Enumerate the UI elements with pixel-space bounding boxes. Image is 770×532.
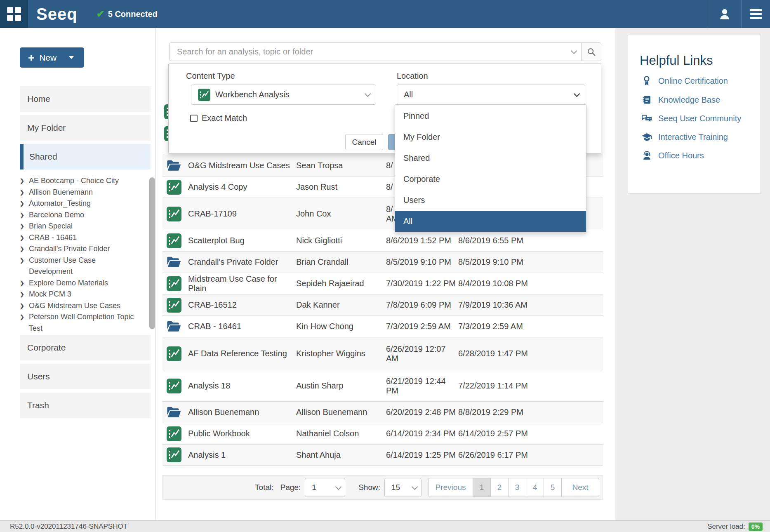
tree-item[interactable]: ❯Peterson Well Completion Topic Test — [20, 311, 148, 334]
show-select[interactable]: 15 — [384, 478, 421, 497]
tree-item[interactable]: ❯CRAB - 16461 — [20, 232, 148, 244]
page-button-5[interactable]: 5 — [544, 478, 562, 497]
sidebar-scrollbar[interactable] — [149, 177, 155, 329]
helpful-link-interactive-training[interactable]: Interactive Training — [640, 132, 761, 142]
item-created-date: 8/6/2019 1:52 PM — [386, 236, 458, 245]
sidebar-item-trash[interactable]: Trash — [20, 393, 151, 418]
chevron-down-icon — [365, 91, 371, 97]
table-row[interactable]: AF Data Reference TestingKristopher Wigg… — [162, 337, 603, 370]
search-input[interactable] — [170, 47, 565, 56]
cancel-button[interactable]: Cancel — [345, 134, 383, 150]
table-row[interactable]: CRAB - 16461Kin How Chong7/3/2019 2:59 A… — [162, 315, 603, 337]
location-option-users[interactable]: Users — [395, 190, 586, 211]
folder-icon — [162, 160, 188, 172]
previous-page-button[interactable]: Previous — [428, 478, 473, 497]
table-row[interactable]: Midstream Use Case for PlainSepideh Raja… — [162, 273, 603, 294]
table-row[interactable]: CRAB-16512Dak Kanner7/8/2019 6:09 PM7/9/… — [162, 294, 603, 315]
sidebar-item-label: Home — [27, 94, 50, 104]
chevron-right-icon[interactable]: ❯ — [20, 187, 29, 198]
tree-item[interactable]: ❯Automator_Testing — [20, 198, 148, 210]
tree-item[interactable]: ❯PizzaCrew — [20, 334, 148, 335]
sidebar-item-label: Trash — [27, 400, 49, 410]
item-name: Scatterplot Bug — [188, 236, 296, 245]
search-button[interactable] — [581, 43, 601, 61]
chevron-right-icon[interactable]: ❯ — [20, 175, 29, 187]
page-select[interactable]: 1 — [305, 478, 345, 497]
helpful-link-seeq-user-community[interactable]: Seeq User Community — [640, 113, 761, 123]
chevron-right-icon[interactable]: ❯ — [20, 221, 29, 232]
tree-item[interactable]: ❯Customer Use Case Development — [20, 255, 148, 278]
chevron-right-icon[interactable]: ❯ — [20, 255, 29, 266]
table-row[interactable]: Allison BuenemannAllison Buenemann6/20/2… — [162, 401, 603, 423]
helpful-link-label: Seeq User Community — [658, 114, 741, 123]
user-profile-button[interactable] — [708, 0, 741, 28]
chevron-right-icon[interactable]: ❯ — [20, 289, 29, 300]
tree-item[interactable]: ❯Mock PCM 3 — [20, 289, 148, 300]
search-history-caret[interactable] — [565, 49, 581, 54]
tree-item[interactable]: ❯Allison Buenemann — [20, 187, 148, 198]
hamburger-menu-button[interactable] — [741, 0, 770, 28]
sidebar-item-shared[interactable]: Shared — [20, 144, 151, 169]
location-option-all[interactable]: All — [395, 211, 586, 232]
version-label: R52.0.0-v202011231746-SNAPSHOT — [10, 523, 127, 531]
location-value: All — [404, 90, 574, 99]
page-button-2[interactable]: 2 — [490, 478, 509, 497]
helpful-link-knowledge-base[interactable]: Knowledge Base — [640, 95, 761, 105]
location-option-pinned[interactable]: Pinned — [395, 106, 586, 127]
chevron-down-icon[interactable] — [69, 56, 74, 59]
exact-match-checkbox[interactable]: Exact Match — [190, 113, 247, 123]
tree-item[interactable]: ❯O&G Midstream Use Cases — [20, 300, 148, 312]
item-owner: John Cox — [296, 209, 386, 219]
pagination-bar: Total: Page: 1 Show: 15 Previous12345Nex… — [162, 475, 603, 500]
item-updated-date: 6/26/2019 6:17 PM — [458, 450, 603, 460]
tree-item-label: O&G Midstream Use Cases — [29, 300, 140, 312]
content-type-select[interactable]: Workbench Analysis — [191, 85, 376, 105]
item-owner: Nathaniel Colson — [296, 429, 386, 438]
chevron-right-icon[interactable]: ❯ — [20, 232, 29, 244]
next-page-button[interactable]: Next — [561, 478, 599, 497]
page-select-value: 1 — [312, 483, 328, 492]
tree-item[interactable]: ❯Explore Demo Materials — [20, 278, 148, 289]
item-owner: Allison Buenemann — [296, 407, 386, 417]
sidebar-item-corporate[interactable]: Corporate — [20, 335, 151, 360]
tree-item[interactable]: ❯Brian Special — [20, 221, 148, 232]
table-row[interactable]: Public WorkbookNathaniel Colson6/14/2019… — [162, 423, 603, 444]
chevron-right-icon[interactable]: ❯ — [20, 300, 29, 312]
tree-item-label: Allison Buenemann — [29, 187, 140, 198]
location-option-shared[interactable]: Shared — [395, 148, 586, 169]
chevron-right-icon[interactable]: ❯ — [20, 278, 29, 289]
chevron-right-icon[interactable]: ❯ — [20, 311, 29, 323]
sidebar-item-users[interactable]: Users — [20, 364, 151, 389]
table-row[interactable]: Analysis 18Austin Sharp6/21/2019 12:44 P… — [162, 370, 603, 401]
page-button-1[interactable]: 1 — [473, 478, 491, 497]
item-name: Midstream Use Case for Plain — [188, 274, 296, 293]
chevron-right-icon[interactable]: ❯ — [20, 198, 29, 210]
location-option-corporate[interactable]: Corporate — [395, 169, 586, 190]
chevron-right-icon[interactable]: ❯ — [20, 243, 29, 255]
new-button[interactable]: + New — [20, 47, 84, 68]
tree-item[interactable]: ❯Barcelona Demo — [20, 210, 148, 221]
table-row[interactable]: Scatterplot BugNick Gigliotti8/6/2019 1:… — [162, 230, 603, 251]
location-option-my-folder[interactable]: My Folder — [395, 127, 586, 148]
tree-item[interactable]: ❯Crandall's Private Folder — [20, 243, 148, 255]
analysis-icon — [162, 346, 188, 361]
table-row[interactable]: Crandall's Private FolderBrian Crandall8… — [162, 251, 603, 273]
page-button-4[interactable]: 4 — [526, 478, 544, 497]
chevron-right-icon[interactable]: ❯ — [20, 210, 29, 221]
tree-item[interactable]: ❯AE Bootcamp - Choice City — [20, 175, 148, 187]
helpful-link-office-hours[interactable]: Office Hours — [640, 151, 761, 161]
item-name: Analysis 1 — [188, 450, 296, 460]
item-name: O&G Midstream Use Cases — [188, 161, 296, 170]
content-type-label: Content Type — [186, 71, 235, 81]
app-grid-button[interactable] — [0, 0, 28, 28]
sidebar-item-home[interactable]: Home — [20, 86, 151, 112]
helpful-link-online-certification[interactable]: Online Certification — [640, 75, 761, 86]
page-button-3[interactable]: 3 — [508, 478, 526, 497]
table-row[interactable]: Analysis 1Shant Ahuja6/14/2019 1:25 PM6/… — [162, 444, 603, 466]
sidebar-item-label: Shared — [29, 152, 57, 162]
location-select[interactable]: All — [397, 85, 585, 105]
checkbox-icon[interactable] — [190, 115, 198, 122]
chevron-right-icon[interactable]: ❯ — [20, 334, 29, 335]
item-created-date: 6/26/2019 12:07 AM — [386, 344, 458, 363]
sidebar-item-my-folder[interactable]: My Folder — [20, 115, 151, 141]
